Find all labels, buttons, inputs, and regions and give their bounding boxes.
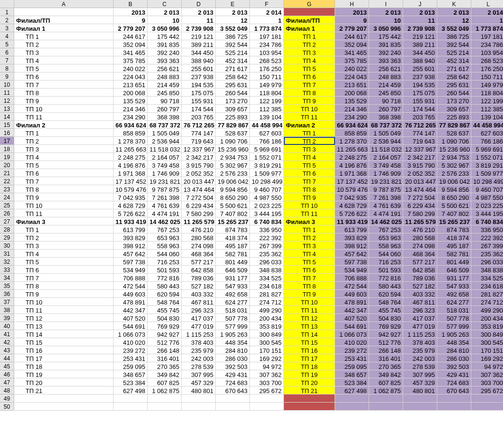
cell-J45[interactable]: 278 539 bbox=[403, 362, 437, 370]
cell-A9[interactable]: ТП 6 bbox=[14, 72, 114, 81]
cell-A7[interactable]: ТП 4 bbox=[14, 56, 114, 64]
cell-B9[interactable]: 224 043 bbox=[114, 72, 148, 81]
cell-D42[interactable]: 378 403 bbox=[182, 338, 216, 346]
cell-J27[interactable]: 11 265 579 bbox=[403, 217, 437, 225]
row-header-31[interactable]: 31 bbox=[0, 250, 14, 258]
row-header-48[interactable]: 48 bbox=[0, 386, 14, 394]
row-header-47[interactable]: 47 bbox=[0, 378, 14, 386]
cell-A38[interactable]: ТП 11 bbox=[14, 306, 114, 314]
cell-C40[interactable]: 769 929 bbox=[148, 322, 182, 330]
cell-F9[interactable]: 150 711 bbox=[250, 72, 284, 81]
cell-F29[interactable]: 222 392 bbox=[250, 233, 284, 242]
cell-J46[interactable]: 307 995 bbox=[403, 370, 437, 378]
row-header-50[interactable]: 50 bbox=[0, 403, 14, 411]
cell-K22[interactable]: 19 006 042 bbox=[437, 177, 471, 185]
cell-D13[interactable]: 174 544 bbox=[182, 105, 216, 113]
cell-L24[interactable]: 4 987 550 bbox=[471, 193, 503, 201]
cell-H44[interactable]: 253 431 bbox=[335, 354, 369, 362]
cell-F13[interactable]: 112 385 bbox=[250, 105, 284, 113]
cell-K39[interactable]: 507 778 bbox=[437, 314, 471, 322]
cell-H7[interactable]: 375 785 bbox=[335, 56, 369, 64]
cell-B21[interactable]: 1 971 368 bbox=[114, 169, 148, 177]
cell-A12[interactable]: ТП 9 bbox=[14, 97, 114, 105]
col-header-C[interactable]: C bbox=[148, 0, 182, 8]
cell-B45[interactable]: 259 095 bbox=[114, 362, 148, 370]
cell-C5[interactable]: 391 835 bbox=[148, 40, 182, 48]
cell-E27[interactable]: 15 265 237 bbox=[216, 217, 250, 225]
cell-E17[interactable]: 1 090 706 bbox=[216, 137, 250, 145]
cell-L42[interactable]: 300 545 bbox=[471, 338, 503, 346]
cell-I7[interactable]: 393 363 bbox=[369, 56, 403, 64]
cell-H33[interactable]: 534 949 bbox=[335, 266, 369, 274]
cell-D26[interactable]: 7 580 299 bbox=[182, 209, 216, 217]
row-header-3[interactable]: 3 bbox=[0, 24, 14, 32]
cell-K6[interactable]: 525 214 bbox=[437, 48, 471, 56]
cell-E43[interactable]: 284 810 bbox=[216, 346, 250, 354]
cell-E15[interactable]: 77 829 867 bbox=[216, 121, 250, 129]
cell-F42[interactable]: 300 545 bbox=[250, 338, 284, 346]
cell-B16[interactable]: 858 859 bbox=[114, 129, 148, 137]
cell-B44[interactable]: 253 431 bbox=[114, 354, 148, 362]
cell-K33[interactable]: 646 509 bbox=[437, 266, 471, 274]
cell-G4[interactable]: ТП 1 bbox=[284, 32, 335, 40]
cell-L8[interactable]: 176 250 bbox=[471, 64, 503, 72]
cell-G28[interactable]: ТП 1 bbox=[284, 225, 335, 233]
cell-C24[interactable]: 7 261 398 bbox=[148, 193, 182, 201]
cell-C32[interactable]: 716 253 bbox=[148, 258, 182, 266]
cell-C49[interactable] bbox=[148, 394, 182, 403]
cell-J31[interactable]: 468 364 bbox=[403, 250, 437, 258]
cell-A29[interactable]: ТП 2 bbox=[14, 233, 114, 242]
cell-F4[interactable]: 197 181 bbox=[250, 32, 284, 40]
row-header-15[interactable]: 15 bbox=[0, 121, 14, 129]
cell-H49[interactable] bbox=[335, 394, 369, 403]
cell-A17[interactable]: ТП 2 bbox=[14, 137, 114, 145]
row-header-21[interactable]: 21 bbox=[0, 169, 14, 177]
cell-B33[interactable]: 534 949 bbox=[114, 266, 148, 274]
cell-L17[interactable]: 766 186 bbox=[471, 137, 503, 145]
cell-G13[interactable]: ТП 10 bbox=[284, 105, 335, 113]
cell-J8[interactable]: 255 601 bbox=[403, 64, 437, 72]
cell-A37[interactable]: ТП 10 bbox=[14, 298, 114, 306]
cell-B1[interactable]: 2013 bbox=[114, 8, 148, 16]
cell-C8[interactable]: 256 621 bbox=[148, 64, 182, 72]
cell-I11[interactable]: 245 850 bbox=[369, 89, 403, 97]
cell-F25[interactable]: 2 023 225 bbox=[250, 201, 284, 209]
cell-D14[interactable]: 203 765 bbox=[182, 113, 216, 121]
cell-D20[interactable]: 3 915 790 bbox=[182, 161, 216, 169]
cell-L22[interactable]: 10 298 499 bbox=[471, 177, 503, 185]
cell-A6[interactable]: ТП 3 bbox=[14, 48, 114, 56]
cell-I39[interactable]: 504 830 bbox=[369, 314, 403, 322]
cell-C11[interactable]: 245 850 bbox=[148, 89, 182, 97]
cell-C17[interactable]: 2 536 944 bbox=[148, 137, 182, 145]
cell-J43[interactable]: 235 979 bbox=[403, 346, 437, 354]
cell-E33[interactable]: 646 509 bbox=[216, 266, 250, 274]
cell-A4[interactable]: ТП 1 bbox=[14, 32, 114, 40]
cell-D17[interactable]: 719 643 bbox=[182, 137, 216, 145]
col-header-K[interactable]: K bbox=[437, 0, 471, 8]
cell-H28[interactable]: 613 799 bbox=[335, 225, 369, 233]
cell-F38[interactable]: 499 290 bbox=[250, 306, 284, 314]
cell-B13[interactable]: 214 346 bbox=[114, 105, 148, 113]
cell-D21[interactable]: 2 052 352 bbox=[182, 169, 216, 177]
cell-J44[interactable]: 242 003 bbox=[403, 354, 437, 362]
row-header-34[interactable]: 34 bbox=[0, 274, 14, 282]
cell-K29[interactable]: 418 374 bbox=[437, 233, 471, 242]
cell-I44[interactable]: 316 401 bbox=[369, 354, 403, 362]
cell-E11[interactable]: 260 544 bbox=[216, 89, 250, 97]
row-header-1[interactable]: 1 bbox=[0, 8, 14, 16]
cell-F50[interactable] bbox=[250, 403, 284, 411]
cell-H6[interactable]: 341 465 bbox=[335, 48, 369, 56]
cell-L5[interactable]: 234 786 bbox=[471, 40, 503, 48]
row-header-10[interactable]: 10 bbox=[0, 81, 14, 89]
cell-C44[interactable]: 316 401 bbox=[148, 354, 182, 362]
cell-I34[interactable]: 772 816 bbox=[369, 274, 403, 282]
cell-K42[interactable]: 448 354 bbox=[437, 338, 471, 346]
row-header-41[interactable]: 41 bbox=[0, 330, 14, 338]
cell-C2[interactable]: 10 bbox=[148, 16, 182, 24]
cell-J38[interactable]: 296 323 bbox=[403, 306, 437, 314]
cell-B50[interactable] bbox=[114, 403, 148, 411]
cell-B46[interactable]: 348 657 bbox=[114, 370, 148, 378]
row-header-43[interactable]: 43 bbox=[0, 346, 14, 354]
cell-C15[interactable]: 68 737 372 bbox=[148, 121, 182, 129]
cell-J18[interactable]: 12 337 967 bbox=[403, 145, 437, 153]
